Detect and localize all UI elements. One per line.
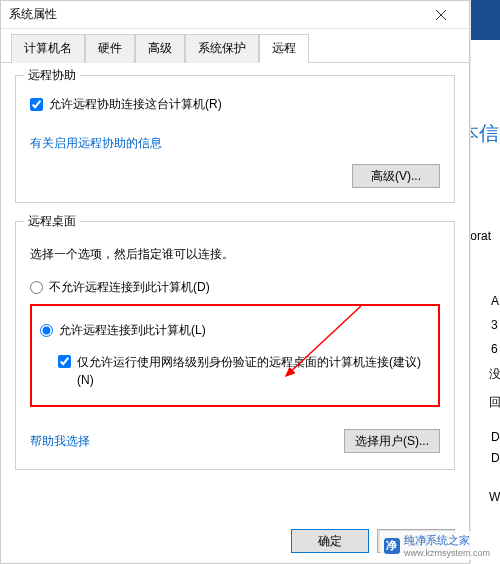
tab-hardware[interactable]: 硬件 [85, 34, 135, 63]
ok-button[interactable]: 确定 [291, 529, 369, 553]
side-text-3: A [491, 294, 499, 308]
nla-row[interactable]: 仅允许运行使用网络级别身份验证的远程桌面的计算机连接(建议)(N) [58, 353, 430, 389]
side-text-9: D [491, 451, 500, 465]
remote-desktop-group: 远程桌面 选择一个选项，然后指定谁可以连接。 不允许远程连接到此计算机(D) 允… [15, 221, 455, 470]
system-properties-window: 系统属性 计算机名 硬件 高级 系统保护 远程 远程协助 允许远程协助连接这台计… [0, 0, 470, 564]
nla-label: 仅允许运行使用网络级别身份验证的远程桌面的计算机连接(建议)(N) [77, 353, 430, 389]
watermark-icon: 净 [384, 538, 400, 554]
nla-checkbox[interactable] [58, 355, 71, 368]
side-text-7: 回 [489, 394, 500, 411]
window-title: 系统属性 [9, 6, 421, 23]
remote-assist-group: 远程协助 允许远程协助连接这台计算机(R) 有关启用远程协助的信息 高级(V).… [15, 75, 455, 203]
highlight-box: 允许远程连接到此计算机(L) 仅允许运行使用网络级别身份验证的远程桌面的计算机连… [30, 304, 440, 407]
remote-desktop-instruction: 选择一个选项，然后指定谁可以连接。 [30, 246, 440, 263]
close-icon [436, 10, 446, 20]
remote-assist-title: 远程协助 [24, 67, 80, 84]
tab-computer-name[interactable]: 计算机名 [11, 34, 85, 63]
allow-remote-assist-label: 允许远程协助连接这台计算机(R) [49, 96, 222, 113]
side-text-5: 6 [491, 342, 498, 356]
side-text-2: orporat [470, 229, 491, 243]
side-text-4: 3 [491, 318, 498, 332]
remote-desktop-title: 远程桌面 [24, 213, 80, 230]
radio-disallow[interactable] [30, 281, 43, 294]
select-users-button[interactable]: 选择用户(S)... [344, 429, 440, 453]
radio-disallow-label: 不允许远程连接到此计算机(D) [49, 279, 210, 296]
allow-remote-assist-checkbox[interactable] [30, 98, 43, 111]
tab-remote[interactable]: 远程 [259, 34, 309, 63]
background-panel: 本信 orporat A 3 6 没 回 D D W [470, 0, 500, 564]
close-button[interactable] [421, 1, 461, 29]
radio-disallow-row[interactable]: 不允许远程连接到此计算机(D) [30, 279, 440, 296]
radio-allow-label: 允许远程连接到此计算机(L) [59, 322, 206, 339]
remote-assist-info-link[interactable]: 有关启用远程协助的信息 [30, 136, 162, 150]
tab-content: 远程协助 允许远程协助连接这台计算机(R) 有关启用远程协助的信息 高级(V).… [1, 63, 469, 519]
side-text-10: W [489, 490, 500, 504]
side-text-1: 本信 [470, 120, 499, 147]
radio-allow-row[interactable]: 允许远程连接到此计算机(L) [40, 322, 430, 339]
remote-assist-advanced-button[interactable]: 高级(V)... [352, 164, 440, 188]
help-choose-link[interactable]: 帮助我选择 [30, 433, 90, 450]
background-header [471, 0, 500, 40]
tab-bar: 计算机名 硬件 高级 系统保护 远程 [1, 29, 469, 63]
titlebar: 系统属性 [1, 1, 469, 29]
allow-remote-assist-row[interactable]: 允许远程协助连接这台计算机(R) [30, 96, 440, 113]
watermark-title: 纯净系统之家 [404, 534, 470, 546]
watermark-url: www.kzmsystem.com [404, 548, 490, 558]
side-text-6: 没 [489, 366, 500, 383]
radio-allow[interactable] [40, 324, 53, 337]
side-text-8: D [491, 430, 500, 444]
watermark: 净 纯净系统之家 www.kzmsystem.com [380, 531, 494, 560]
tab-advanced[interactable]: 高级 [135, 34, 185, 63]
tab-system-protection[interactable]: 系统保护 [185, 34, 259, 63]
